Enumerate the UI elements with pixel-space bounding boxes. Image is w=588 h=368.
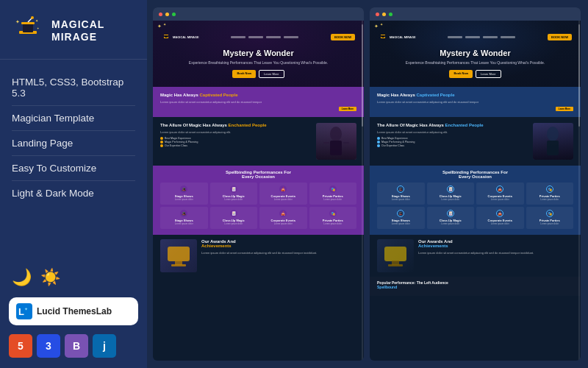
- perf-icon-r-2: 🃏: [447, 185, 454, 193]
- awards-text-right: Our Awards AndAchievements Lorem ipsum d…: [418, 239, 573, 272]
- perf-text-3: Lorem ipsum dolor: [262, 199, 305, 202]
- svg-rect-18: [168, 247, 190, 261]
- check-label-3: Our Expertise Class: [165, 144, 187, 147]
- scroll-thumb-left: [362, 24, 363, 127]
- browser-dot-yellow: [165, 13, 169, 16]
- nav-book-btn-r[interactable]: BOOK NOW: [548, 34, 572, 40]
- nav-book-btn[interactable]: BOOK NOW: [331, 34, 355, 40]
- perf-text-2: Lorem ipsum dolor: [212, 199, 256, 202]
- lucid-badge[interactable]: L ✦ Lucid ThemesLab: [9, 297, 138, 325]
- html-label: 5: [18, 340, 24, 352]
- learn-more-btn-r[interactable]: Learn More: [556, 107, 573, 111]
- check-label-1: Best Magic Experience: [165, 137, 191, 140]
- check-label-r-2: Magic Performing & Planning: [381, 141, 415, 144]
- perf-card-3: 🎪 Corporate Events Lorem ipsum dolor: [259, 183, 307, 205]
- svg-text:✦: ✦: [24, 307, 28, 311]
- learn-more-btn[interactable]: Learn More: [339, 107, 356, 111]
- browser-dot-red-r: [376, 13, 379, 16]
- svg-rect-13: [164, 35, 168, 35]
- svg-rect-16: [323, 142, 329, 144]
- performances-grid-bottom: 🎩 Stage Shows Lorem ipsum dolor 🃏 Close-…: [160, 207, 356, 229]
- light-mode-icon[interactable]: ☀️: [40, 268, 60, 287]
- awards-image-left: [160, 239, 197, 272]
- website-preview-left: ✦ ✦ MAGICAL MIRAGE: [153, 21, 364, 361]
- perf-icon-6: 🃏: [230, 210, 237, 217]
- check-dot-r-1: [377, 137, 380, 140]
- scroll-bar-left: [362, 21, 363, 361]
- hero-btn-primary-r[interactable]: Book Now: [449, 70, 473, 78]
- perf-text-1: Lorem ipsum dolor: [162, 199, 206, 202]
- awards-body-right: Lorem ipsum dolor sit amet consectetur a…: [418, 251, 573, 255]
- check-dot-3: [160, 144, 163, 147]
- perf-icon-r-6: 🃏: [447, 210, 454, 217]
- perf-text-5: Lorem ipsum dolor: [162, 223, 206, 226]
- perf-icon-5: 🎩: [180, 210, 187, 217]
- scroll-thumb-right: [578, 24, 580, 127]
- awards-section-left: Our Awards AndAchievements Lorem ipsum d…: [153, 235, 364, 277]
- scroll-bar-right: [578, 21, 580, 361]
- css-badge: 3: [37, 334, 60, 358]
- perf-text-r-1: Lorem ipsum dolor: [379, 199, 423, 202]
- perf-icon-1: 🎩: [180, 185, 187, 193]
- allure-image: [316, 123, 356, 160]
- hero-nav-left: MAGICAL MIRAGE BOOK NOW: [162, 32, 355, 41]
- perf-card-r-4: 🎭 Private Parties Lorem ipsum dolor: [526, 183, 574, 205]
- bootstrap-badge: B: [65, 334, 88, 358]
- magician-silhouette: [316, 123, 356, 160]
- perf-card-6: 🃏 Close-Up Magic Lorem ipsum dolor: [210, 207, 258, 229]
- svg-text:✦: ✦: [37, 26, 40, 30]
- lucid-logo-icon: L ✦: [16, 303, 32, 319]
- nav-link-r-3: [483, 36, 498, 38]
- perf-card-1: 🎩 Stage Shows Lorem ipsum dolor: [160, 183, 208, 205]
- hero-btn-primary[interactable]: Book Now: [232, 70, 256, 78]
- hero-right: ✦ ✦ MAGICAL MIRAGE: [370, 21, 581, 87]
- dark-mode-icon[interactable]: 🌙: [12, 268, 32, 287]
- browser-dot-green-r: [389, 13, 392, 16]
- spellbinding-title-left: Spellbinding Performances ForEvery Occas…: [160, 170, 356, 179]
- css-label: 3: [46, 340, 51, 352]
- awards-body-left: Lorem ipsum dolor sit amet consectetur a…: [201, 251, 356, 255]
- perf-card-7: 🎪 Corporate Events Lorem ipsum dolor: [259, 207, 307, 229]
- nav-link-r-2: [465, 36, 480, 38]
- nav-logo-text: MAGICAL MIRAGE: [173, 35, 199, 39]
- nav-logo-icon-r: [379, 32, 387, 41]
- check-label-2: Magic Performing & Planning: [165, 141, 198, 144]
- jquery-label: j: [103, 340, 106, 352]
- perf-card-r-7: 🎪 Corporate Events Lorem ipsum dolor: [476, 207, 524, 229]
- nav-link-r-1: [448, 36, 462, 38]
- hero-btn-secondary[interactable]: Learn More: [259, 70, 284, 78]
- spellbinding-section-right: Spellbinding Performances ForEvery Occas…: [370, 166, 581, 235]
- hero-subtitle-right: Experience Breathtaking Performances Tha…: [379, 60, 572, 66]
- hero-left: ✦ ✦ MAGICAL MIRAGE: [153, 21, 364, 87]
- lucid-label: Lucid ThemesLab: [37, 306, 112, 316]
- allure-title-r: The Allure Of Magic Has Always Enchanted…: [377, 123, 528, 127]
- main-content: ✦ ✦ MAGICAL MIRAGE: [147, 0, 588, 368]
- allure-body: Lorem ipsum dolor sit amet consectetur a…: [160, 130, 312, 135]
- feature-item-3: Landing Page: [12, 131, 135, 156]
- perf-icon-r-8: 🎭: [546, 210, 553, 217]
- perf-text-r-2: Lorem ipsum dolor: [429, 199, 473, 202]
- svg-rect-15: [330, 141, 342, 155]
- browser-bar-right: [370, 7, 581, 21]
- popular-title-right: Popular Performance: The Left AudienceSp…: [377, 280, 573, 289]
- hero-btn-secondary-r[interactable]: Learn More: [476, 70, 501, 78]
- perf-card-r-3: 🎪 Corporate Events Lorem ipsum dolor: [476, 183, 524, 205]
- awards-image-right: [377, 239, 414, 272]
- feature-item-4: Easy To Customize: [12, 156, 135, 181]
- html-badge: 5: [9, 334, 32, 358]
- perf-icon-r-5: 🎩: [397, 210, 404, 217]
- browser-dot-red: [159, 13, 162, 16]
- nav-link-2: [248, 36, 263, 38]
- perf-text-4: Lorem ipsum dolor: [312, 199, 355, 202]
- feature-item-2: Magician Template: [12, 106, 135, 131]
- perf-card-r-5: 🎩 Stage Shows Lorem ipsum dolor: [377, 207, 425, 229]
- browser-dot-yellow-r: [382, 13, 386, 16]
- features-list: HTML5, CSS3, Bootstrap 5.3 Magician Temp…: [0, 60, 147, 261]
- perf-text-6: Lorem ipsum dolor: [212, 223, 256, 226]
- spellbinding-grid-r-top: 🎩 Stage Shows Lorem ipsum dolor 🃏 Close-…: [377, 183, 573, 205]
- perf-card-r-6: 🃏 Close-Up Magic Lorem ipsum dolor: [427, 207, 475, 229]
- svg-rect-28: [388, 264, 403, 266]
- nav-link-4: [284, 36, 298, 38]
- allure-section-right: The Allure Of Magic Has Always Enchanted…: [370, 117, 581, 166]
- awards-trophy-icon: [164, 243, 193, 269]
